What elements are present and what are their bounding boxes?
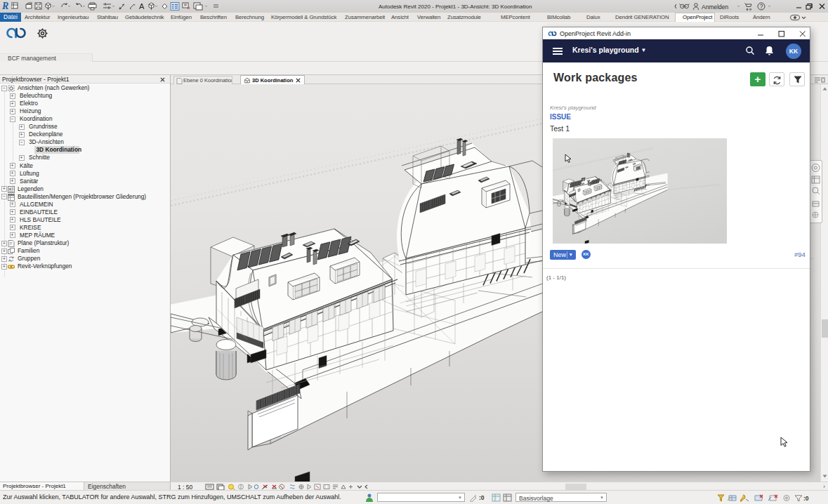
- svg-text:Anmelden: Anmelden: [702, 4, 729, 11]
- svg-text:A: A: [139, 2, 145, 11]
- svg-text:?: ?: [760, 3, 763, 10]
- svg-text::0: :0: [803, 495, 809, 502]
